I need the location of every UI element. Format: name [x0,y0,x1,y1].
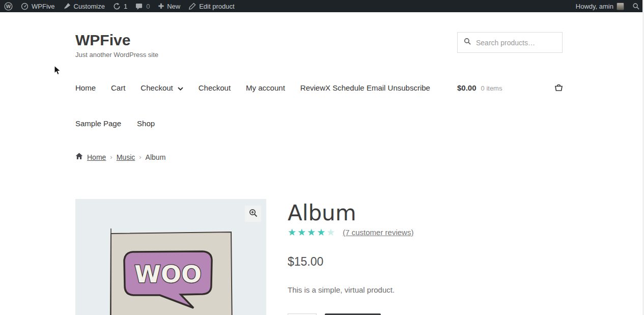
updates-icon [113,3,121,10]
product-search-form [457,32,563,53]
nav-label: Checkout [199,83,231,92]
nav-item-cart[interactable]: Cart [111,83,125,92]
nav-item-reviewx-unsubscribe[interactable]: ReviewX Schedule Email Unsubscribe [300,83,430,92]
product-image[interactable]: WOO [75,199,266,315]
admin-bar-customize-label: Customize [74,3,105,10]
search-icon [464,38,471,47]
star-icon: ★ [288,227,297,238]
admin-bar-site-name[interactable]: WPFive [17,0,59,12]
header-cart-link[interactable]: $0.00 0 items [457,83,502,92]
star-icon: ★ [297,227,307,238]
svg-text:W: W [6,4,11,9]
cart-items-count: 0 items [481,84,502,92]
admin-bar-right: Howdy, amin [572,0,644,12]
zoom-plus-icon [249,209,258,219]
primary-navigation: Home Cart Checkout Checkout My account R… [75,83,430,92]
admin-bar-comments[interactable]: 0 [131,0,154,12]
nav-item-sample-page[interactable]: Sample Page [75,119,121,128]
search-input[interactable] [476,39,568,47]
product-rating: ★★★★★ (7 customer reviews) [288,227,413,237]
mouse-cursor [54,65,62,78]
admin-bar-new[interactable]: ✚ New [154,0,184,12]
search-icon [632,3,640,10]
breadcrumb-home-link[interactable]: Home [87,153,106,161]
nav-item-checkout-dropdown[interactable]: Checkout [141,83,183,92]
customer-reviews-link[interactable]: (7 customer reviews) [343,228,413,237]
breadcrumb: Home › Music › Album [75,153,165,161]
basket-icon[interactable] [554,83,563,94]
nav-label: Checkout [141,83,173,92]
admin-bar-new-label: New [167,3,180,10]
star-icon: ★ [307,227,317,238]
star-icon-empty: ★ [326,227,336,238]
nav-item-checkout[interactable]: Checkout [199,83,231,92]
admin-bar-edit-product[interactable]: Edit product [184,0,238,12]
wordpress-logo-icon[interactable]: W [0,0,17,12]
product-title: Album [288,201,356,225]
nav-label: Cart [111,83,125,92]
admin-bar-site-name-label: WPFive [32,3,55,10]
comments-icon [135,3,143,10]
secondary-navigation: Sample Page Shop [75,119,155,128]
nav-label: ReviewX Schedule Email Unsubscribe [300,83,430,92]
pencil-icon [188,3,196,10]
nav-label: Home [75,83,96,92]
star-icon: ★ [317,227,326,238]
admin-bar-my-account[interactable]: Howdy, amin [572,0,628,12]
dashboard-icon [21,3,29,10]
admin-bar-left: W WPFive Customize 1 0 ✚ [0,0,239,12]
plus-icon: ✚ [158,3,164,10]
cart-total: $0.00 [457,83,477,92]
album-cover-word: WOO [134,260,202,288]
wp-admin-bar: W WPFive Customize 1 0 ✚ [0,0,644,12]
image-zoom-button[interactable] [245,206,261,222]
admin-bar-updates-count: 1 [124,3,127,10]
product-description: This is a simple, virtual product. [288,285,395,294]
site-tagline: Just another WordPress site [75,51,158,59]
nav-label: My account [246,83,285,92]
avatar [617,3,624,10]
chevron-down-icon [178,83,183,92]
customize-brush-icon [63,3,71,10]
breadcrumb-current: Album [146,153,166,161]
nav-item-shop[interactable]: Shop [137,119,155,128]
admin-bar-customize[interactable]: Customize [59,0,109,12]
home-icon[interactable] [75,153,83,161]
admin-bar-edit-label: Edit product [199,3,234,10]
breadcrumb-separator: › [139,153,141,161]
album-cover-art: WOO [75,199,266,315]
product-price: $15.00 [288,255,323,269]
nav-item-home[interactable]: Home [75,83,96,92]
breadcrumb-music-link[interactable]: Music [117,153,135,161]
nav-label: Shop [137,119,155,128]
nav-item-my-account[interactable]: My account [246,83,285,92]
howdy-label: Howdy, amin [576,3,613,10]
nav-label: Sample Page [75,119,121,128]
site-title[interactable]: WPFive [75,32,158,48]
breadcrumb-separator: › [110,153,112,161]
star-rating[interactable]: ★★★★★ [288,227,336,237]
admin-bar-updates[interactable]: 1 [109,0,131,12]
admin-bar-comments-count: 0 [146,3,150,10]
admin-bar-search[interactable] [628,0,644,12]
site-branding: WPFive Just another WordPress site [75,32,158,59]
